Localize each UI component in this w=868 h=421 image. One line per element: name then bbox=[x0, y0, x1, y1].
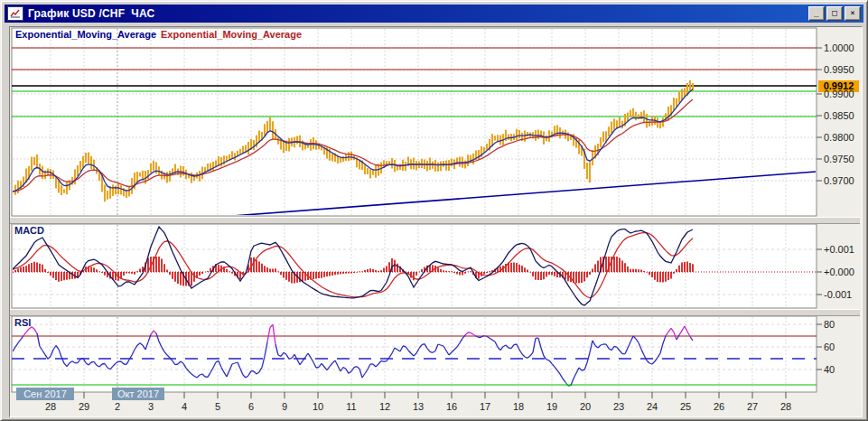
date-tick-label: 24 bbox=[640, 401, 664, 412]
date-tick-label: 5 bbox=[206, 401, 229, 412]
date-tick-label: 2 bbox=[106, 401, 129, 412]
month-badge: Окт 2017 bbox=[112, 388, 164, 400]
chart-window: График USD /CHF ЧАС _ □ × Exponential_Mo… bbox=[0, 0, 868, 421]
macd-tick-label: -0.001 bbox=[824, 289, 852, 300]
macd-pane-label: MACD bbox=[14, 225, 44, 236]
date-tick-label: 25 bbox=[674, 401, 697, 412]
price-tick-label: 1.0000 bbox=[824, 42, 854, 53]
rsi-tick-label: 60 bbox=[824, 341, 835, 352]
price-tick-label: 0.9950 bbox=[824, 64, 854, 75]
date-tick-label: 29 bbox=[72, 401, 96, 412]
ema-blue-label: Exponential_Moving_Average bbox=[15, 29, 156, 40]
date-tick-label: 6 bbox=[239, 401, 263, 412]
date-tick-label: 16 bbox=[440, 401, 463, 412]
rsi-tick-label: 80 bbox=[824, 319, 835, 330]
date-tick-label: 23 bbox=[607, 401, 630, 412]
date-tick-label: 20 bbox=[574, 401, 597, 412]
date-tick-label: 4 bbox=[173, 401, 196, 412]
date-tick-label: 11 bbox=[340, 401, 363, 412]
date-tick-label: 28 bbox=[774, 401, 798, 412]
date-tick-label: 17 bbox=[473, 401, 497, 412]
date-tick-label: 10 bbox=[306, 401, 330, 412]
date-tick-label: 27 bbox=[741, 401, 764, 412]
date-tick-label: 12 bbox=[373, 401, 397, 412]
price-tick-label: 0.9800 bbox=[824, 132, 854, 143]
price-tick-label: 0.9750 bbox=[824, 154, 854, 164]
month-badge: Сен 2017 bbox=[16, 388, 74, 400]
date-tick-label: 9 bbox=[273, 401, 296, 412]
price-tick-label: 0.9700 bbox=[824, 175, 854, 186]
rsi-pane-label: RSI bbox=[14, 317, 31, 328]
date-tick-label: 13 bbox=[406, 401, 430, 412]
date-tick-label: 28 bbox=[39, 401, 62, 412]
macd-tick-label: +0.001 bbox=[824, 244, 854, 255]
date-tick-label: 3 bbox=[139, 401, 163, 412]
macd-tick-label: +0.000 bbox=[824, 267, 854, 277]
price-tick-label: 0.9850 bbox=[824, 110, 854, 121]
date-tick-label: 18 bbox=[507, 401, 530, 412]
ema-red-label: Exponential_Moving_Average bbox=[161, 29, 302, 40]
chart-canvas[interactable] bbox=[1, 1, 868, 421]
price-tick-label: 0.9900 bbox=[824, 89, 854, 99]
rsi-tick-label: 40 bbox=[824, 364, 835, 375]
date-tick-label: 19 bbox=[540, 401, 564, 412]
date-tick-label: 26 bbox=[707, 401, 731, 412]
